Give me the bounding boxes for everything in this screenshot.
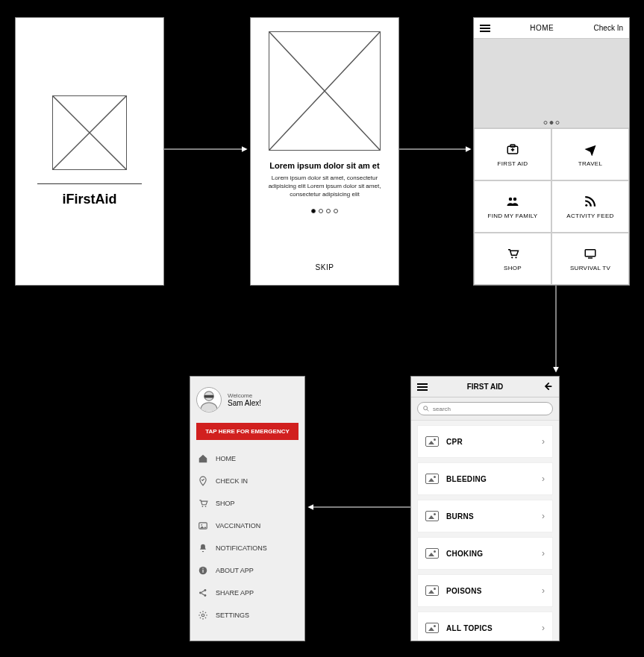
menu-label: SHARE APP: [216, 589, 254, 597]
hamburger-icon[interactable]: [417, 383, 428, 391]
image-icon: [198, 521, 208, 531]
tile-first-aid[interactable]: FIRST AID: [474, 128, 551, 180]
carousel-dot-1[interactable]: [544, 121, 548, 125]
gear-icon: [198, 610, 208, 620]
dot-2[interactable]: [319, 209, 323, 213]
search-wrap: search: [411, 397, 559, 421]
chevron-right-icon: ›: [542, 436, 545, 447]
menu-label: VACCINATION: [216, 522, 260, 529]
list-label: CPR: [446, 438, 534, 446]
dot-3[interactable]: [326, 209, 331, 213]
list-item[interactable]: CHOKING›: [417, 537, 553, 570]
flow-arrow-3: [548, 286, 563, 375]
flow-arrow-4: [305, 500, 410, 515]
menu-settings[interactable]: SETTINGS: [190, 604, 304, 626]
page-dots[interactable]: [311, 209, 338, 213]
home-carousel[interactable]: [474, 39, 629, 128]
menu-label: SETTINGS: [216, 612, 249, 619]
svg-point-9: [511, 257, 513, 258]
svg-rect-21: [202, 568, 203, 569]
hamburger-icon[interactable]: [480, 25, 490, 32]
menu-notifications[interactable]: NOTIFICATIONS: [190, 537, 304, 559]
menu-label: ABOUT APP: [216, 567, 254, 574]
search-input[interactable]: search: [417, 402, 553, 415]
list-item[interactable]: POISONS›: [417, 574, 553, 607]
carousel-dot-3[interactable]: [556, 121, 560, 125]
menu-about[interactable]: ABOUT APP: [190, 559, 304, 582]
tile-survival-tv[interactable]: SURVIVAL TV: [551, 233, 629, 285]
plane-icon: [582, 142, 598, 156]
rss-icon: [582, 195, 598, 208]
firstaid-list: CPR› BLEEDING› BURNS› CHOKING› POISONS› …: [411, 421, 559, 641]
list-label: ALL TOPICS: [446, 624, 534, 632]
user-name: Sam Alex!: [228, 399, 261, 407]
menu-label: HOME: [216, 455, 236, 462]
welcome-label: Welcome: [228, 392, 261, 399]
avatar[interactable]: [196, 387, 222, 412]
image-icon: [425, 623, 439, 633]
search-icon: [422, 405, 430, 412]
tile-find-family[interactable]: FIND MY FAMILY: [474, 180, 551, 233]
info-icon: [198, 565, 208, 576]
dot-1[interactable]: [311, 209, 316, 213]
image-icon: [425, 511, 439, 521]
svg-point-16: [205, 506, 207, 507]
image-icon: [425, 585, 439, 596]
menu-home[interactable]: HOME: [190, 447, 304, 470]
home-icon: [198, 453, 208, 464]
menu-label: CHECK IN: [216, 477, 248, 485]
menu-shop[interactable]: SHOP: [190, 492, 304, 515]
home-tiles: FIRST AID TRAVEL FIND MY FAMILY ACTIVITY…: [474, 128, 629, 285]
skip-button[interactable]: SKIP: [316, 257, 334, 277]
profile: Welcome Sam Alex!: [190, 384, 304, 420]
dot-4[interactable]: [334, 209, 338, 213]
menu-label: NOTIFICATIONS: [216, 544, 267, 552]
list-label: BURNS: [446, 512, 534, 521]
check-in-link[interactable]: Check In: [594, 24, 623, 32]
menu-label: SHOP: [216, 500, 235, 507]
list-item[interactable]: BURNS›: [417, 500, 553, 532]
carousel-dot-2[interactable]: [550, 121, 554, 125]
carousel-dots: [544, 121, 560, 125]
back-icon[interactable]: [543, 381, 553, 393]
tile-label: ACTIVITY FEED: [566, 213, 613, 219]
splash-screen: iFirstAid: [15, 17, 164, 286]
list-item[interactable]: BLEEDING›: [417, 462, 553, 495]
profile-text: Welcome Sam Alex!: [228, 392, 261, 407]
checkin-icon: [198, 476, 208, 486]
tile-label: TRAVEL: [578, 160, 602, 167]
app-title: iFirstAid: [62, 192, 116, 207]
menu-checkin[interactable]: CHECK IN: [190, 470, 304, 492]
chevron-right-icon: ›: [542, 548, 545, 559]
svg-point-7: [513, 197, 517, 201]
tile-travel[interactable]: TRAVEL: [551, 128, 629, 180]
cart-icon: [504, 247, 521, 260]
menu-vaccination[interactable]: VACCINATION: [190, 515, 304, 537]
tile-activity-feed[interactable]: ACTIVITY FEED: [551, 180, 629, 233]
svg-point-15: [202, 506, 204, 507]
chevron-right-icon: ›: [542, 585, 545, 596]
emergency-button[interactable]: TAP HERE FOR EMERGENCY: [196, 423, 298, 440]
list-label: POISONS: [446, 587, 534, 595]
list-item[interactable]: CPR›: [417, 425, 553, 458]
home-screen: HOME Check In FIRST AID TRAVEL FIND MY F…: [473, 17, 630, 286]
flow-arrow-1: [164, 142, 250, 157]
search-placeholder: search: [433, 406, 451, 412]
tile-label: FIRST AID: [498, 160, 528, 167]
tile-label: SURVIVAL TV: [570, 265, 610, 271]
menu-share[interactable]: SHARE APP: [190, 582, 304, 604]
tile-shop[interactable]: SHOP: [474, 233, 551, 285]
svg-rect-14: [204, 395, 214, 398]
chevron-right-icon: ›: [542, 474, 545, 484]
chevron-right-icon: ›: [542, 623, 545, 633]
svg-point-12: [424, 406, 428, 410]
tile-label: SHOP: [504, 265, 522, 271]
onboarding-heading: Lorem ipsum dolor sit am et: [269, 161, 379, 170]
firstaid-title: FIRST AID: [428, 383, 543, 391]
image-icon: [425, 548, 439, 559]
list-item[interactable]: ALL TOPICS›: [417, 612, 553, 641]
family-icon: [504, 195, 521, 208]
drawer-menu: HOME CHECK IN SHOP VACCINATION NOTIFICAT…: [190, 447, 304, 633]
logo-placeholder: [52, 95, 127, 170]
svg-point-25: [201, 614, 204, 617]
